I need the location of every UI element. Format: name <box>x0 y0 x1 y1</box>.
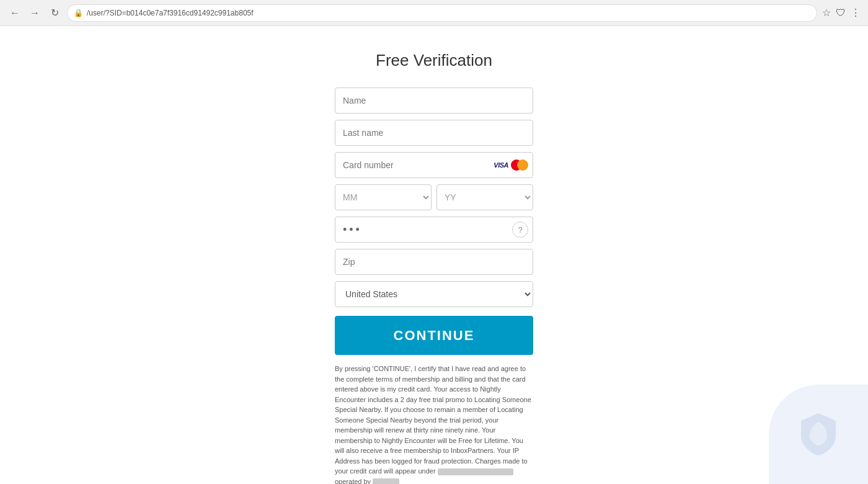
cvv-wrapper: ? <box>335 217 533 243</box>
page-title: Free Verification <box>335 51 533 70</box>
visa-icon: VISA <box>494 161 508 169</box>
expiry-year-select[interactable]: YY 2024 2025 2026 2027 2028 2029 2030 <box>436 184 533 210</box>
browser-actions: ☆ 🛡 ⋮ <box>822 7 861 19</box>
zip-input[interactable] <box>335 249 533 275</box>
continue-button[interactable]: CONTINUE <box>335 316 533 355</box>
back-button[interactable]: ← <box>7 6 22 20</box>
menu-icon[interactable]: ⋮ <box>851 7 861 19</box>
cvv-help-button[interactable]: ? <box>512 222 528 238</box>
form-container: Free Verification VISA MM 01 02 03 <box>335 51 533 484</box>
expiry-row: MM 01 02 03 04 05 06 07 08 09 10 11 12 Y… <box>335 184 533 210</box>
country-select[interactable]: United States Canada United Kingdom Aust… <box>335 281 533 307</box>
url-text: /user/?SID=b014c0e7a7f3916cd91492c991ab8… <box>87 9 810 17</box>
refresh-button[interactable]: ↻ <box>47 6 62 20</box>
browser-chrome: ← → ↻ 🔒 /user/?SID=b014c0e7a7f3916cd9149… <box>0 0 868 26</box>
mastercard-icon <box>511 159 528 171</box>
lastname-input[interactable] <box>335 120 533 146</box>
name-input[interactable] <box>335 87 533 114</box>
bookmark-icon[interactable]: ☆ <box>822 7 831 19</box>
page-content: Free Verification VISA MM 01 02 03 <box>0 26 868 484</box>
terms-text: By pressing 'CONTINUE', I certify that I… <box>335 364 533 484</box>
cvv-input[interactable] <box>335 217 533 243</box>
forward-button[interactable]: → <box>27 6 42 20</box>
blurred-url <box>438 468 513 475</box>
card-input-wrapper: VISA <box>335 152 533 178</box>
extensions-icon[interactable]: 🛡 <box>836 7 846 19</box>
expiry-month-select[interactable]: MM 01 02 03 04 05 06 07 08 09 10 11 12 <box>335 184 432 210</box>
card-icons: VISA <box>494 159 528 171</box>
address-bar[interactable]: 🔒 /user/?SID=b014c0e7a7f3916cd91492c991a… <box>67 4 817 22</box>
lock-icon: 🔒 <box>74 9 83 17</box>
blurred-operator <box>373 478 399 484</box>
